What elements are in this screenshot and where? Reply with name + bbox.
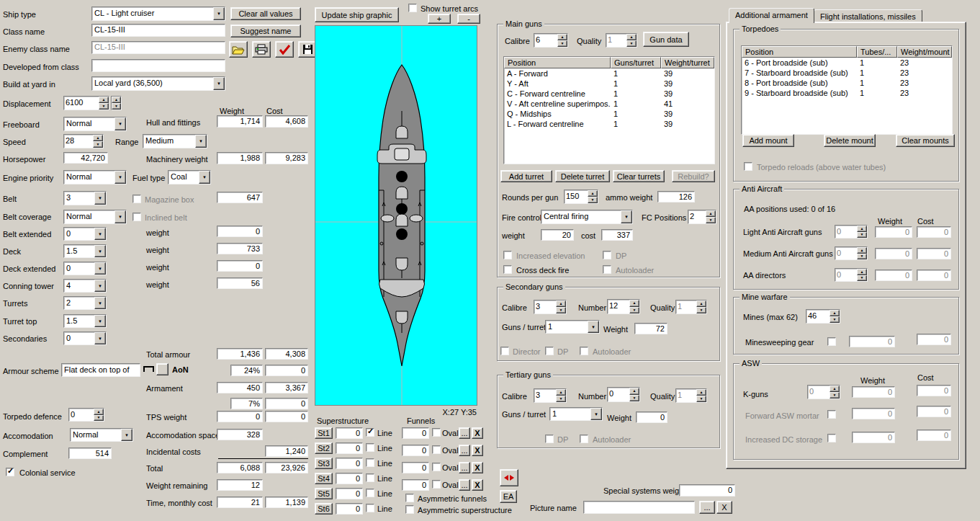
st6-button[interactable]: St6	[315, 503, 333, 515]
spin-down-icon[interactable]: ▼	[94, 415, 104, 422]
show-turret-arcs-checkbox[interactable]	[408, 4, 417, 12]
zoom-out-button[interactable]: -	[457, 14, 480, 24]
chevron-down-icon[interactable]: ▼	[94, 315, 106, 327]
belt-select[interactable]: 3▼	[63, 191, 107, 205]
speed-spinner[interactable]: 28▲▼	[63, 134, 104, 148]
zoom-in-button[interactable]: +	[428, 14, 451, 24]
mg-quality-spinner[interactable]: 1▲▼	[606, 33, 637, 48]
funnel4-field[interactable]: 0	[402, 479, 429, 491]
chevron-down-icon[interactable]: ▼	[213, 7, 225, 20]
spin-up-icon[interactable]: ▲	[626, 34, 637, 40]
spin-up-icon[interactable]: ▲	[99, 97, 109, 103]
spin-down-icon[interactable]: ▼	[857, 254, 867, 260]
clear-all-values-button[interactable]: Clear all values	[230, 7, 301, 20]
ea-button[interactable]: EA	[500, 490, 517, 503]
picture-name-input[interactable]	[583, 501, 695, 514]
table-row[interactable]: Q - Midships139	[504, 109, 714, 119]
mg-col-position[interactable]: Position	[504, 57, 611, 68]
add-mount-button[interactable]: Add mount	[742, 134, 794, 147]
ship-type-select[interactable]: CL - Light cruiser▼	[91, 6, 225, 21]
spin-up-icon[interactable]: ▲	[830, 310, 840, 316]
st2-button[interactable]: St2	[315, 442, 333, 454]
table-row[interactable]: V - Aft centreline superimpos...141	[504, 99, 714, 109]
rounds-spinner[interactable]: 150▲▼	[564, 190, 598, 204]
enemy-class-input[interactable]: CL-15-III	[91, 41, 225, 54]
clear-mounts-button[interactable]: Clear mounts	[896, 134, 955, 147]
spin-up-icon[interactable]: ▲	[696, 389, 706, 396]
chevron-down-icon[interactable]: ▼	[213, 77, 225, 90]
spin-down-icon[interactable]: ▼	[857, 275, 867, 282]
delete-turret-button[interactable]: Delete turret	[555, 170, 610, 182]
spin-up-icon[interactable]: ▲	[830, 386, 840, 392]
mg-col-weight[interactable]: Weight/turret	[661, 57, 714, 68]
validate-button[interactable]	[275, 41, 294, 58]
deck-select[interactable]: 1.5▼	[63, 244, 107, 258]
st5-line-checkbox[interactable]	[366, 489, 374, 497]
freeboard-select[interactable]: Normal▼	[63, 117, 127, 131]
spin-down-icon[interactable]: ▼	[557, 40, 567, 47]
spin-up-icon[interactable]: ▲	[696, 300, 706, 307]
spin-up-icon[interactable]: ▲	[556, 300, 566, 307]
st2-field[interactable]: 0	[336, 442, 363, 454]
turret-top-select[interactable]: 1.5▼	[63, 314, 107, 328]
print-button[interactable]	[252, 41, 271, 58]
funnel2-delete-button[interactable]: X	[472, 445, 483, 456]
chevron-down-icon[interactable]: ▼	[94, 297, 106, 309]
colonial-service-checkbox[interactable]	[6, 468, 14, 476]
table-row[interactable]: A - Forward139	[504, 68, 714, 79]
st6-line-checkbox[interactable]	[366, 504, 374, 512]
spin-down-icon[interactable]: ▼	[93, 141, 103, 148]
spin-up-icon[interactable]: ▲	[556, 389, 566, 396]
table-row[interactable]: 8 - Port broadside (sub)123	[742, 78, 952, 88]
funnel1-browse-button[interactable]: ...	[459, 427, 470, 439]
spin-down-icon[interactable]: ▼	[696, 307, 706, 313]
cross-deck-fire-checkbox[interactable]	[503, 265, 512, 274]
chevron-down-icon[interactable]: ▼	[114, 171, 126, 184]
st1-button[interactable]: St1	[315, 427, 333, 439]
st5-field[interactable]: 0	[336, 488, 363, 499]
delete-mount-button[interactable]: Delete mount	[824, 134, 876, 147]
chevron-down-icon[interactable]: ▼	[114, 210, 126, 223]
funnel1-field[interactable]: 0	[402, 427, 429, 439]
spin-down-icon[interactable]: ▼	[588, 197, 598, 203]
tp-col-position[interactable]: Position	[742, 46, 857, 58]
ship-graphic-canvas[interactable]	[315, 25, 477, 406]
table-row[interactable]: L - Forward centreline139	[504, 119, 714, 129]
table-row[interactable]: 9 - Starboard broadside (sub)123	[742, 88, 952, 98]
tp-col-weight[interactable]: Weight/mount	[897, 46, 952, 58]
sg-calibre-spinner[interactable]: 3▲▼	[534, 300, 567, 314]
tg-calibre-spinner[interactable]: 3▲▼	[534, 388, 567, 403]
torpedoes-table[interactable]: Position Tubes/... Weight/mount 6 - Port…	[741, 45, 953, 135]
picture-clear-button[interactable]: X	[716, 501, 732, 514]
aa-directors-spinner[interactable]: 0▲▼	[835, 268, 868, 282]
turrets-select[interactable]: 2▼	[63, 296, 107, 310]
spin-up-icon[interactable]: ▲	[94, 409, 104, 415]
st2-line-checkbox[interactable]	[366, 443, 374, 452]
cycle-picture-button[interactable]	[500, 469, 518, 486]
st1-line-checkbox[interactable]	[366, 428, 374, 437]
chevron-down-icon[interactable]: ▼	[94, 245, 106, 257]
light-aa-spinner[interactable]: 0▲▼	[835, 225, 868, 239]
conning-tower-select[interactable]: 4▼	[63, 279, 107, 293]
armour-scheme-select[interactable]: Flat deck on top of	[61, 363, 140, 377]
chevron-down-icon[interactable]: ▼	[94, 280, 106, 292]
belt-extended-select[interactable]: 0▼	[63, 227, 107, 241]
fire-control-select[interactable]: Central firing▼	[541, 210, 633, 224]
st4-line-checkbox[interactable]	[366, 473, 374, 482]
funnel4-delete-button[interactable]: X	[472, 479, 483, 491]
chevron-down-icon[interactable]: ▼	[94, 192, 106, 205]
magazine-box-checkbox[interactable]	[132, 195, 141, 203]
spin-up-icon[interactable]: ▲	[557, 34, 567, 40]
torpedo-defence-spinner[interactable]: 0▲▼	[68, 408, 104, 422]
chevron-down-icon[interactable]: ▼	[114, 117, 126, 130]
clear-turrets-button[interactable]: Clear turrets	[613, 170, 665, 182]
spin-up-icon[interactable]: ▲	[112, 97, 121, 103]
spin-down-icon[interactable]: ▼	[706, 217, 716, 223]
open-file-button[interactable]	[229, 41, 248, 58]
asymmetric-superstructure-checkbox[interactable]	[405, 505, 414, 514]
mines-spinner[interactable]: 46▲▼	[806, 309, 840, 324]
kguns-spinner[interactable]: 0▲▼	[807, 385, 840, 399]
spin-up-icon[interactable]: ▲	[629, 300, 639, 307]
funnel3-oval-checkbox[interactable]	[432, 463, 441, 471]
displacement-spinner[interactable]: 6100▲▼	[63, 96, 109, 110]
